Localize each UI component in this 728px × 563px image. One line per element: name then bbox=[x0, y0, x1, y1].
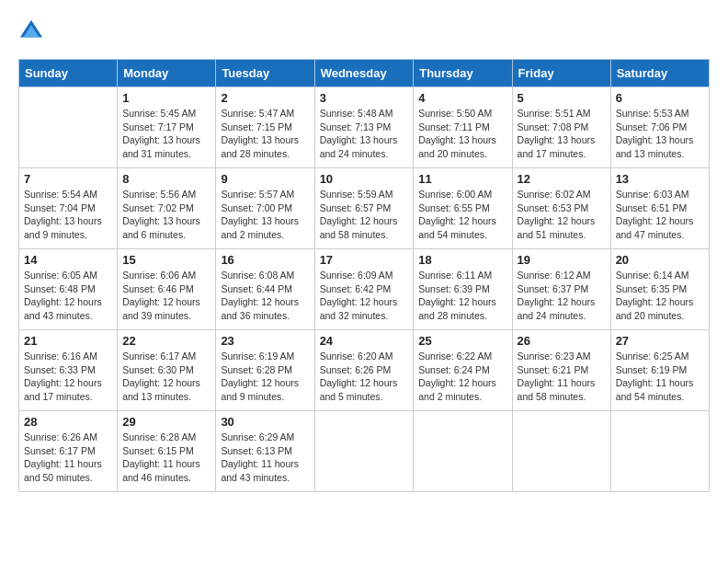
calendar-cell: 1Sunrise: 5:45 AM Sunset: 7:17 PM Daylig… bbox=[118, 87, 216, 168]
calendar-cell: 22Sunrise: 6:17 AM Sunset: 6:30 PM Dayli… bbox=[118, 330, 216, 411]
calendar-cell: 28Sunrise: 6:26 AM Sunset: 6:17 PM Dayli… bbox=[19, 411, 118, 492]
logo bbox=[18, 18, 46, 44]
calendar-cell: 7Sunrise: 5:54 AM Sunset: 7:04 PM Daylig… bbox=[19, 168, 118, 249]
day-number: 30 bbox=[221, 415, 309, 429]
day-number: 28 bbox=[24, 415, 112, 429]
calendar-cell: 4Sunrise: 5:50 AM Sunset: 7:11 PM Daylig… bbox=[414, 87, 512, 168]
calendar-table: SundayMondayTuesdayWednesdayThursdayFrid… bbox=[18, 59, 710, 492]
day-info: Sunrise: 6:20 AM Sunset: 6:26 PM Dayligh… bbox=[320, 350, 409, 404]
day-number: 16 bbox=[221, 253, 309, 267]
day-info: Sunrise: 6:12 AM Sunset: 6:37 PM Dayligh… bbox=[518, 269, 606, 323]
day-number: 21 bbox=[24, 334, 112, 348]
day-number: 15 bbox=[122, 253, 210, 267]
calendar-week-row: 21Sunrise: 6:16 AM Sunset: 6:33 PM Dayli… bbox=[19, 330, 710, 411]
day-info: Sunrise: 6:11 AM Sunset: 6:39 PM Dayligh… bbox=[418, 269, 506, 323]
day-info: Sunrise: 5:51 AM Sunset: 7:08 PM Dayligh… bbox=[518, 107, 606, 161]
logo-icon bbox=[18, 18, 44, 44]
day-number: 7 bbox=[24, 172, 112, 186]
day-info: Sunrise: 5:54 AM Sunset: 7:04 PM Dayligh… bbox=[24, 188, 112, 242]
calendar-cell: 26Sunrise: 6:23 AM Sunset: 6:21 PM Dayli… bbox=[512, 330, 610, 411]
calendar-header-wednesday: Wednesday bbox=[314, 60, 414, 87]
day-number: 24 bbox=[320, 334, 409, 348]
day-info: Sunrise: 5:53 AM Sunset: 7:06 PM Dayligh… bbox=[616, 107, 704, 161]
calendar-cell: 11Sunrise: 6:00 AM Sunset: 6:55 PM Dayli… bbox=[414, 168, 512, 249]
calendar-cell: 6Sunrise: 5:53 AM Sunset: 7:06 PM Daylig… bbox=[610, 87, 709, 168]
day-number: 3 bbox=[320, 91, 409, 105]
day-number: 9 bbox=[221, 172, 309, 186]
day-number: 12 bbox=[518, 172, 606, 186]
day-info: Sunrise: 6:25 AM Sunset: 6:19 PM Dayligh… bbox=[616, 350, 704, 404]
day-number: 19 bbox=[518, 253, 606, 267]
calendar-cell: 9Sunrise: 5:57 AM Sunset: 7:00 PM Daylig… bbox=[216, 168, 314, 249]
calendar-cell bbox=[19, 87, 118, 168]
day-info: Sunrise: 6:00 AM Sunset: 6:55 PM Dayligh… bbox=[418, 188, 506, 242]
day-number: 4 bbox=[418, 91, 506, 105]
calendar-header-sunday: Sunday bbox=[19, 60, 118, 87]
day-info: Sunrise: 5:45 AM Sunset: 7:17 PM Dayligh… bbox=[122, 107, 210, 161]
calendar-cell: 25Sunrise: 6:22 AM Sunset: 6:24 PM Dayli… bbox=[414, 330, 512, 411]
calendar-header-row: SundayMondayTuesdayWednesdayThursdayFrid… bbox=[19, 60, 710, 87]
day-number: 26 bbox=[518, 334, 606, 348]
day-number: 10 bbox=[320, 172, 409, 186]
calendar-header-saturday: Saturday bbox=[610, 60, 709, 87]
day-number: 2 bbox=[221, 91, 309, 105]
calendar-cell: 18Sunrise: 6:11 AM Sunset: 6:39 PM Dayli… bbox=[414, 249, 512, 330]
calendar-cell: 19Sunrise: 6:12 AM Sunset: 6:37 PM Dayli… bbox=[512, 249, 610, 330]
day-info: Sunrise: 5:59 AM Sunset: 6:57 PM Dayligh… bbox=[320, 188, 409, 242]
day-number: 29 bbox=[122, 415, 210, 429]
day-number: 8 bbox=[122, 172, 210, 186]
day-info: Sunrise: 6:22 AM Sunset: 6:24 PM Dayligh… bbox=[418, 350, 506, 404]
calendar-cell: 3Sunrise: 5:48 AM Sunset: 7:13 PM Daylig… bbox=[314, 87, 414, 168]
calendar-week-row: 7Sunrise: 5:54 AM Sunset: 7:04 PM Daylig… bbox=[19, 168, 710, 249]
day-number: 6 bbox=[616, 91, 704, 105]
calendar-cell: 13Sunrise: 6:03 AM Sunset: 6:51 PM Dayli… bbox=[610, 168, 709, 249]
day-info: Sunrise: 5:50 AM Sunset: 7:11 PM Dayligh… bbox=[418, 107, 506, 161]
calendar-cell: 20Sunrise: 6:14 AM Sunset: 6:35 PM Dayli… bbox=[610, 249, 709, 330]
day-number: 22 bbox=[122, 334, 210, 348]
day-info: Sunrise: 6:09 AM Sunset: 6:42 PM Dayligh… bbox=[320, 269, 409, 323]
calendar-cell: 29Sunrise: 6:28 AM Sunset: 6:15 PM Dayli… bbox=[118, 411, 216, 492]
calendar-cell bbox=[512, 411, 610, 492]
day-number: 17 bbox=[320, 253, 409, 267]
day-number: 20 bbox=[616, 253, 704, 267]
calendar-header-tuesday: Tuesday bbox=[216, 60, 314, 87]
calendar-week-row: 28Sunrise: 6:26 AM Sunset: 6:17 PM Dayli… bbox=[19, 411, 710, 492]
calendar-cell: 14Sunrise: 6:05 AM Sunset: 6:48 PM Dayli… bbox=[19, 249, 118, 330]
calendar-cell: 2Sunrise: 5:47 AM Sunset: 7:15 PM Daylig… bbox=[216, 87, 314, 168]
calendar-cell: 24Sunrise: 6:20 AM Sunset: 6:26 PM Dayli… bbox=[314, 330, 414, 411]
day-info: Sunrise: 6:03 AM Sunset: 6:51 PM Dayligh… bbox=[616, 188, 704, 242]
day-info: Sunrise: 6:05 AM Sunset: 6:48 PM Dayligh… bbox=[24, 269, 112, 323]
day-number: 14 bbox=[24, 253, 112, 267]
day-info: Sunrise: 6:17 AM Sunset: 6:30 PM Dayligh… bbox=[122, 350, 210, 404]
day-info: Sunrise: 6:08 AM Sunset: 6:44 PM Dayligh… bbox=[221, 269, 309, 323]
calendar-cell: 8Sunrise: 5:56 AM Sunset: 7:02 PM Daylig… bbox=[118, 168, 216, 249]
calendar-cell: 17Sunrise: 6:09 AM Sunset: 6:42 PM Dayli… bbox=[314, 249, 414, 330]
day-number: 11 bbox=[418, 172, 506, 186]
calendar-cell bbox=[314, 411, 414, 492]
day-number: 25 bbox=[418, 334, 506, 348]
calendar-cell: 27Sunrise: 6:25 AM Sunset: 6:19 PM Dayli… bbox=[610, 330, 709, 411]
day-number: 13 bbox=[616, 172, 704, 186]
day-number: 23 bbox=[221, 334, 309, 348]
calendar-cell: 15Sunrise: 6:06 AM Sunset: 6:46 PM Dayli… bbox=[118, 249, 216, 330]
calendar-cell: 12Sunrise: 6:02 AM Sunset: 6:53 PM Dayli… bbox=[512, 168, 610, 249]
calendar-cell bbox=[610, 411, 709, 492]
day-info: Sunrise: 6:14 AM Sunset: 6:35 PM Dayligh… bbox=[616, 269, 704, 323]
page-header bbox=[18, 18, 710, 44]
calendar-cell: 16Sunrise: 6:08 AM Sunset: 6:44 PM Dayli… bbox=[216, 249, 314, 330]
day-info: Sunrise: 6:23 AM Sunset: 6:21 PM Dayligh… bbox=[518, 350, 606, 404]
day-info: Sunrise: 6:06 AM Sunset: 6:46 PM Dayligh… bbox=[122, 269, 210, 323]
calendar-cell bbox=[414, 411, 512, 492]
day-info: Sunrise: 6:16 AM Sunset: 6:33 PM Dayligh… bbox=[24, 350, 112, 404]
calendar-cell: 30Sunrise: 6:29 AM Sunset: 6:13 PM Dayli… bbox=[216, 411, 314, 492]
day-info: Sunrise: 6:19 AM Sunset: 6:28 PM Dayligh… bbox=[221, 350, 309, 404]
day-number: 1 bbox=[122, 91, 210, 105]
day-number: 5 bbox=[518, 91, 606, 105]
day-info: Sunrise: 6:28 AM Sunset: 6:15 PM Dayligh… bbox=[122, 431, 210, 485]
calendar-cell: 10Sunrise: 5:59 AM Sunset: 6:57 PM Dayli… bbox=[314, 168, 414, 249]
calendar-week-row: 14Sunrise: 6:05 AM Sunset: 6:48 PM Dayli… bbox=[19, 249, 710, 330]
calendar-cell: 23Sunrise: 6:19 AM Sunset: 6:28 PM Dayli… bbox=[216, 330, 314, 411]
calendar-header-monday: Monday bbox=[118, 60, 216, 87]
day-number: 27 bbox=[616, 334, 704, 348]
calendar-cell: 21Sunrise: 6:16 AM Sunset: 6:33 PM Dayli… bbox=[19, 330, 118, 411]
